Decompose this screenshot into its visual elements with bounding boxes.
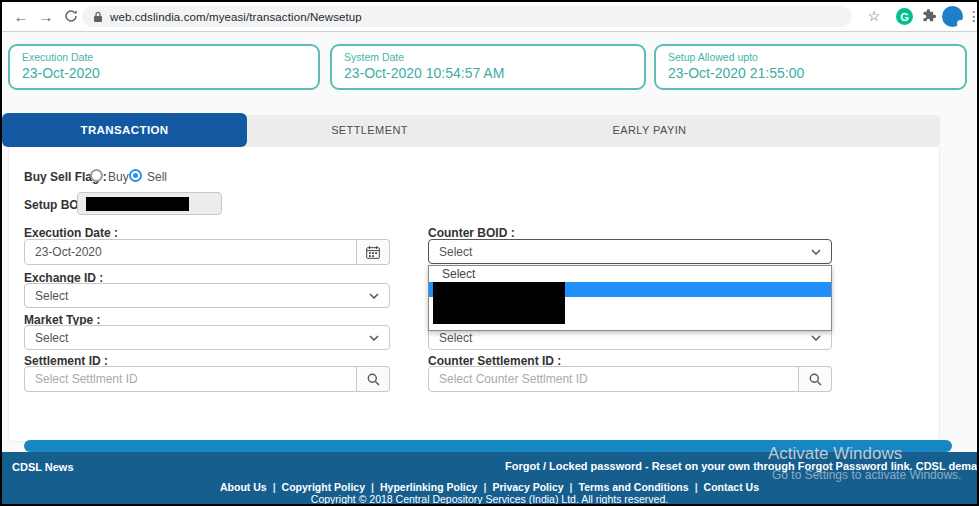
info-box-value: 23-Oct-2020 21:55:00: [668, 65, 965, 81]
footer-separator: |: [371, 481, 374, 493]
grammarly-extension-icon[interactable]: G: [896, 8, 913, 25]
counter-boid-select[interactable]: Select: [428, 239, 832, 264]
market-type-select[interactable]: Select: [24, 325, 390, 350]
cdsl-news-label: CDSL News: [12, 461, 74, 473]
tab-transaction[interactable]: TRANSACTION: [2, 113, 247, 147]
footer-link-about-us[interactable]: About Us: [220, 481, 267, 493]
info-box-label: Execution Date: [22, 51, 318, 63]
execution-date-group: [24, 239, 390, 265]
lock-icon: [93, 11, 103, 23]
counter-boid-label: Counter BOID :: [428, 226, 515, 240]
radio-sell-label: Sell: [147, 170, 167, 184]
chevron-down-icon: [811, 335, 821, 341]
market-type-selected-value: Select: [35, 331, 68, 345]
search-icon: [809, 373, 822, 386]
chevron-down-icon: [811, 249, 821, 255]
browser-menu-dots-icon[interactable]: ⋮: [963, 5, 979, 27]
system-date-info-box: System Date 23-Oct-2020 10:54:57 AM: [330, 44, 646, 90]
page-content: Execution Date 23-Oct-2020 System Date 2…: [2, 32, 977, 504]
address-bar[interactable]: web.cdslindia.com/myeasi/transaction/New…: [82, 6, 852, 27]
tab-early-payin[interactable]: EARLY PAYIN: [562, 124, 737, 136]
info-box-label: System Date: [344, 51, 644, 63]
setup-boid-field[interactable]: [77, 192, 222, 215]
reload-icon[interactable]: [60, 5, 82, 27]
footer-separator: |: [570, 481, 573, 493]
counter-boid-selected-value: Select: [439, 245, 472, 259]
tab-settlement[interactable]: SETTLEMENT: [282, 124, 457, 136]
footer-link-copyright-policy[interactable]: Copyright Policy: [282, 481, 365, 493]
dropdown-option-select[interactable]: Select: [429, 266, 831, 282]
footer-separator: |: [695, 481, 698, 493]
execution-date-input[interactable]: [24, 239, 357, 265]
exchange-id-selected-value: Select: [35, 289, 68, 303]
activate-windows-watermark-subtext: Go to Settings to activate Windows.: [772, 468, 961, 482]
calendar-icon: [366, 246, 380, 259]
url-text: web.cdslindia.com/myeasi/transaction/New…: [110, 11, 362, 23]
counter-settlement-id-input[interactable]: [428, 366, 799, 392]
browser-profile-avatar[interactable]: [942, 6, 963, 27]
footer-copyright: Copyright © 2018 Central Depository Serv…: [2, 493, 977, 504]
info-box-label: Setup Allowed upto: [668, 51, 965, 63]
chevron-down-icon: [369, 335, 379, 341]
screenshot-frame: ← → web.cdslindia.com/myeasi/transaction…: [0, 0, 979, 506]
radio-buy-label: Buy: [108, 170, 129, 184]
footer-link-hyperlinking-policy[interactable]: Hyperlinking Policy: [380, 481, 477, 493]
execution-date-info-box: Execution Date 23-Oct-2020: [8, 44, 320, 90]
redaction-box: [86, 197, 189, 211]
settlement-id-search-button[interactable]: [357, 366, 390, 392]
calendar-button[interactable]: [357, 239, 390, 265]
info-box-value: 23-Oct-2020: [22, 65, 318, 81]
counter-market-type-selected-value: Select: [439, 331, 472, 345]
back-icon[interactable]: ←: [10, 5, 32, 27]
extensions-puzzle-icon[interactable]: [918, 5, 940, 27]
radio-sell[interactable]: [129, 169, 142, 182]
footer-separator: |: [273, 481, 276, 493]
redaction-box: [433, 282, 565, 324]
forward-icon[interactable]: →: [35, 5, 57, 27]
counter-settlement-id-group: [428, 366, 832, 392]
radio-buy[interactable]: [90, 169, 103, 182]
setup-allowed-info-box: Setup Allowed upto 23-Oct-2020 21:55:00: [654, 44, 967, 90]
bookmark-star-icon[interactable]: ☆: [863, 5, 885, 27]
settlement-id-group: [24, 366, 390, 392]
footer-separator: |: [483, 481, 486, 493]
footer-links: About Us|Copyright Policy|Hyperlinking P…: [2, 481, 977, 493]
footer-link-privacy-policy[interactable]: Privacy Policy: [492, 481, 563, 493]
chevron-down-icon: [369, 293, 379, 299]
footer-link-contact-us[interactable]: Contact Us: [704, 481, 759, 493]
info-box-value: 23-Oct-2020 10:54:57 AM: [344, 65, 644, 81]
counter-settlement-id-search-button[interactable]: [799, 366, 832, 392]
footer-link-terms-and-conditions[interactable]: Terms and Conditions: [579, 481, 689, 493]
activate-windows-watermark: Activate Windows: [768, 444, 902, 464]
settlement-id-input[interactable]: [24, 366, 357, 392]
exchange-id-select[interactable]: Select: [24, 283, 390, 308]
search-icon: [367, 373, 380, 386]
browser-toolbar: ← → web.cdslindia.com/myeasi/transaction…: [2, 2, 977, 32]
counter-boid-dropdown-list: Select: [428, 265, 832, 331]
execution-date-label: Execution Date :: [24, 226, 118, 240]
